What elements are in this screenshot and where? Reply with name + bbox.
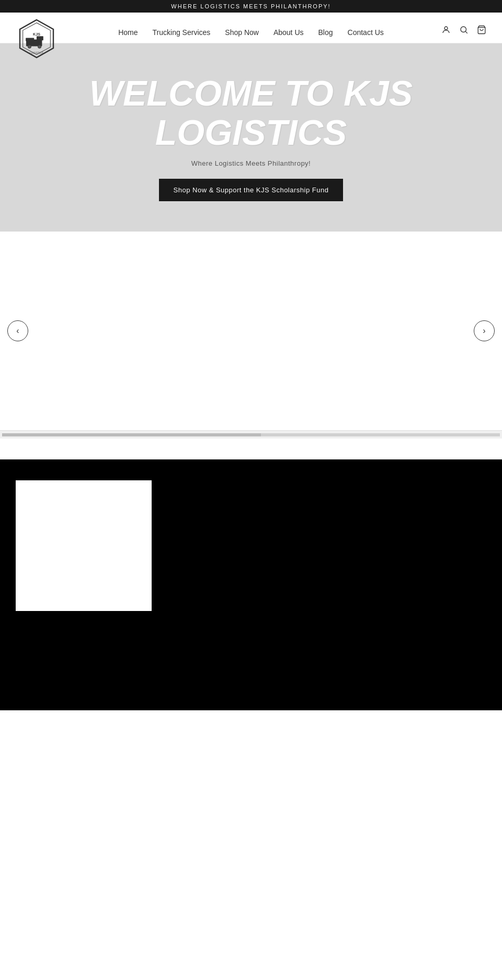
carousel-prev-button[interactable]: ‹ bbox=[7, 320, 28, 341]
carousel-section: ‹ › bbox=[0, 232, 502, 430]
black-section-image bbox=[16, 480, 152, 611]
logo-icon: KJS LOGISTICS bbox=[16, 18, 58, 60]
nav-trucking-services[interactable]: Trucking Services bbox=[153, 28, 211, 37]
top-bar-text: WHERE LOGISTICS MEETS PHILANTHROPY! bbox=[171, 3, 330, 9]
top-bar: WHERE LOGISTICS MEETS PHILANTHROPY! bbox=[0, 0, 502, 13]
chevron-right-icon: › bbox=[483, 326, 485, 336]
scrollbar-thumb-left bbox=[2, 433, 261, 436]
cart-icon[interactable] bbox=[477, 25, 486, 37]
scrollbar-area[interactable] bbox=[0, 430, 502, 439]
carousel-next-button[interactable]: › bbox=[474, 320, 495, 341]
nav-contact-us[interactable]: Contact Us bbox=[348, 28, 384, 37]
svg-text:KJS: KJS bbox=[33, 32, 40, 37]
svg-point-9 bbox=[444, 27, 448, 30]
nav-shop-now[interactable]: Shop Now bbox=[225, 28, 259, 37]
main-nav: Home Trucking Services Shop Now About Us… bbox=[118, 18, 384, 43]
nav-about-us[interactable]: About Us bbox=[273, 28, 304, 37]
svg-rect-4 bbox=[26, 38, 34, 41]
nav-home[interactable]: Home bbox=[118, 28, 138, 37]
nav-blog[interactable]: Blog bbox=[318, 28, 333, 37]
carousel-content bbox=[0, 232, 502, 430]
hero-cta-button[interactable]: Shop Now & Support the KJS Scholarship F… bbox=[159, 179, 344, 201]
section-spacer bbox=[0, 439, 502, 459]
svg-point-5 bbox=[28, 45, 31, 48]
hero-section: WELCOME TO KJS LOGISTICS Where Logistics… bbox=[0, 43, 502, 232]
account-icon[interactable] bbox=[441, 25, 451, 37]
svg-rect-3 bbox=[37, 36, 43, 40]
header: KJS LOGISTICS Home Trucking Services Sho… bbox=[0, 13, 502, 43]
hero-title: WELCOME TO KJS LOGISTICS bbox=[89, 74, 413, 152]
chevron-left-icon: ‹ bbox=[16, 326, 19, 336]
black-section bbox=[0, 459, 502, 710]
svg-line-11 bbox=[465, 31, 467, 33]
scrollbar-thumb-right bbox=[261, 433, 500, 436]
header-icons bbox=[441, 25, 486, 37]
hero-subtitle: Where Logistics Meets Philanthropy! bbox=[191, 159, 311, 167]
svg-text:LOGISTICS: LOGISTICS bbox=[30, 52, 43, 54]
scrollbar-track bbox=[2, 433, 500, 436]
svg-point-10 bbox=[461, 27, 466, 32]
search-icon[interactable] bbox=[459, 25, 469, 37]
logo-area[interactable]: KJS LOGISTICS bbox=[16, 18, 58, 62]
svg-point-6 bbox=[38, 45, 41, 48]
